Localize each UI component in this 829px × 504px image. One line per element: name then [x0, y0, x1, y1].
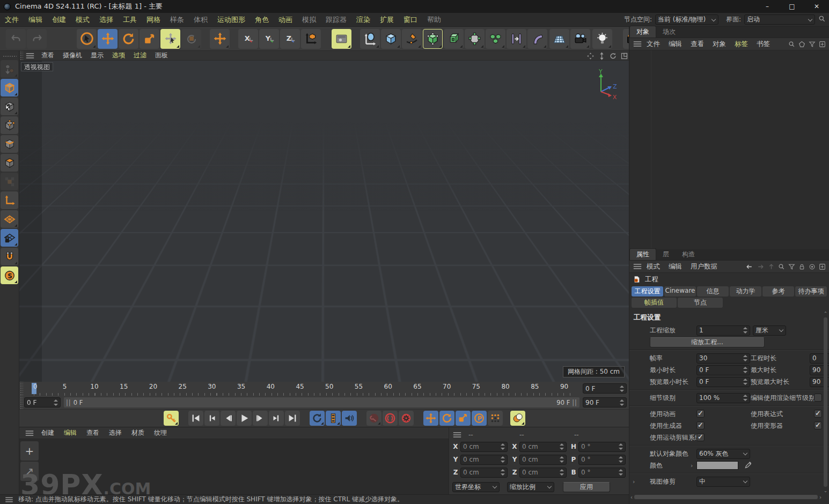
menu-item-16[interactable]: 窗口	[399, 15, 422, 25]
perspective-viewport[interactable]: 透视视图 Y Z X 网格间距 : 50 cm	[19, 61, 629, 382]
menu-item-3[interactable]: 选项	[108, 51, 129, 60]
use-expressions-checkbox[interactable]	[814, 410, 822, 418]
attr-target-icon[interactable]	[809, 263, 816, 270]
menu-item-2[interactable]: 创建	[47, 15, 71, 25]
points-mode-button[interactable]	[1, 116, 18, 134]
interface-dropdown[interactable]: 启动	[744, 14, 815, 25]
rotation-field[interactable]: 0 °	[578, 455, 626, 465]
menu-item-2[interactable]: 用户数据	[686, 262, 722, 271]
mode-tab-帧插值[interactable]: 帧插值	[632, 298, 677, 308]
position-field[interactable]: 0 cm	[460, 442, 508, 452]
minimize-button[interactable]: –	[755, 0, 780, 13]
menu-item-13[interactable]: 跟踪器	[321, 15, 351, 25]
min-time-field[interactable]: 0 F	[696, 365, 750, 375]
keyframe-settings-button[interactable]	[399, 411, 414, 426]
key-parameter-button[interactable]: P	[472, 411, 487, 426]
mode-tab-动力学[interactable]: 动力学	[730, 286, 761, 297]
default-color-dropdown[interactable]: 60% 灰色	[696, 449, 750, 459]
om-burger-icon[interactable]	[634, 41, 641, 47]
texture-mode-button[interactable]	[1, 98, 18, 115]
use-motion-system-checkbox[interactable]	[696, 433, 705, 441]
goto-end-button[interactable]	[285, 411, 300, 426]
attr-forward-icon[interactable]	[757, 263, 765, 270]
node-space-dropdown[interactable]: 当前 (标准/物理)	[655, 14, 718, 25]
scrollbar-thumb[interactable]	[634, 495, 818, 499]
camera-button[interactable]	[570, 29, 590, 49]
record-objects-button[interactable]	[366, 411, 382, 426]
next-key-button[interactable]	[269, 411, 284, 426]
tab-场次[interactable]: 场次	[656, 26, 682, 38]
array-button[interactable]	[486, 29, 505, 49]
live-selection-button[interactable]	[77, 29, 97, 49]
range-start-grip[interactable]: ||	[64, 399, 74, 406]
timeline-drag-handle[interactable]	[19, 382, 23, 396]
menu-item-9[interactable]: 运动图形	[212, 15, 250, 25]
toggle-view-icon[interactable]	[619, 51, 630, 60]
viewport-burger-icon[interactable]	[26, 53, 34, 58]
menu-item-11[interactable]: 动画	[274, 15, 297, 25]
range-end-grip[interactable]: ||	[570, 399, 579, 406]
key-rotation-button[interactable]	[439, 411, 454, 426]
subdivision-surface-button[interactable]	[423, 29, 443, 49]
new-material-button[interactable]: +	[20, 441, 39, 461]
pan-view-icon[interactable]	[585, 51, 596, 60]
viewport-label[interactable]: 透视视图	[21, 62, 53, 71]
menu-item-0[interactable]: 模式	[642, 262, 664, 271]
menu-item-4[interactable]: 选择	[94, 15, 118, 25]
record-active-button[interactable]	[383, 411, 398, 426]
prev-key-button[interactable]	[204, 411, 219, 426]
use-generators-checkbox[interactable]	[696, 421, 705, 429]
fps-field[interactable]: 30	[696, 353, 750, 364]
status-burger-icon[interactable]	[5, 497, 13, 502]
search-icon[interactable]	[818, 15, 826, 24]
goto-start-button[interactable]	[188, 411, 203, 426]
next-frame-button[interactable]	[253, 411, 268, 426]
mode-tab-节点[interactable]: 节点	[678, 298, 723, 308]
menu-item-1[interactable]: 编辑	[664, 262, 686, 271]
mode-tab-信息[interactable]: 信息	[697, 286, 729, 297]
symmetry-button[interactable]	[507, 29, 526, 49]
lock-z-button[interactable]: Z	[280, 29, 300, 49]
key-scale-button[interactable]	[456, 411, 471, 426]
om-add-icon[interactable]	[819, 41, 826, 48]
mode-tab-Cineware[interactable]: Cineware	[664, 286, 696, 297]
use-animation-checkbox[interactable]	[696, 410, 705, 418]
key-position-button[interactable]	[423, 411, 438, 426]
palette-drag-handle[interactable]	[3, 55, 17, 58]
play-sound-button[interactable]	[342, 411, 357, 426]
mode-tab-工程设置[interactable]: 工程设置	[632, 286, 663, 297]
menu-item-4[interactable]: 过滤	[129, 51, 151, 60]
eyedropper-icon[interactable]	[744, 461, 752, 469]
maximize-button[interactable]: □	[780, 0, 804, 13]
menu-item-10[interactable]: 角色	[250, 15, 274, 25]
menu-item-0[interactable]: 查看	[37, 51, 58, 60]
om-search-icon[interactable]	[788, 41, 795, 48]
menu-item-2[interactable]: 查看	[686, 40, 708, 49]
scale-mode-dropdown[interactable]: 缩放比例	[507, 482, 554, 492]
model-mode-button[interactable]	[1, 79, 18, 97]
position-field[interactable]: 0 cm	[460, 468, 508, 478]
spline-primitives-button[interactable]	[360, 29, 380, 49]
move-copy-button[interactable]	[210, 29, 230, 49]
prev-frame-button[interactable]	[221, 411, 236, 426]
menu-item-3[interactable]: 模式	[71, 15, 94, 25]
attr-burger-icon[interactable]	[634, 264, 641, 269]
om-home-icon[interactable]	[798, 41, 805, 48]
preview-range-slider[interactable]: || 0 F 90 F ||	[64, 397, 579, 407]
apply-button[interactable]: 应用	[563, 482, 610, 492]
attr-lock-icon[interactable]	[798, 263, 805, 270]
scrollbar-thumb[interactable]	[824, 317, 827, 487]
position-field[interactable]: 0 cm	[460, 455, 508, 465]
loop-start-field[interactable]: 0 F	[583, 383, 627, 394]
menu-item-15[interactable]: 扩展	[375, 15, 399, 25]
coord-system-button[interactable]	[301, 29, 321, 49]
attr-back-icon[interactable]	[745, 263, 753, 270]
enable-axis-button[interactable]	[1, 173, 18, 190]
mode-tab-待办事项[interactable]: 待办事项	[795, 286, 827, 297]
menu-item-3[interactable]: 选择	[104, 428, 127, 438]
record-key-button[interactable]	[164, 411, 179, 426]
object-list[interactable]	[629, 50, 829, 249]
menu-item-1[interactable]: 摄像机	[58, 51, 86, 60]
color-swatch[interactable]	[696, 461, 738, 470]
menu-item-0[interactable]: 文件	[0, 15, 24, 25]
